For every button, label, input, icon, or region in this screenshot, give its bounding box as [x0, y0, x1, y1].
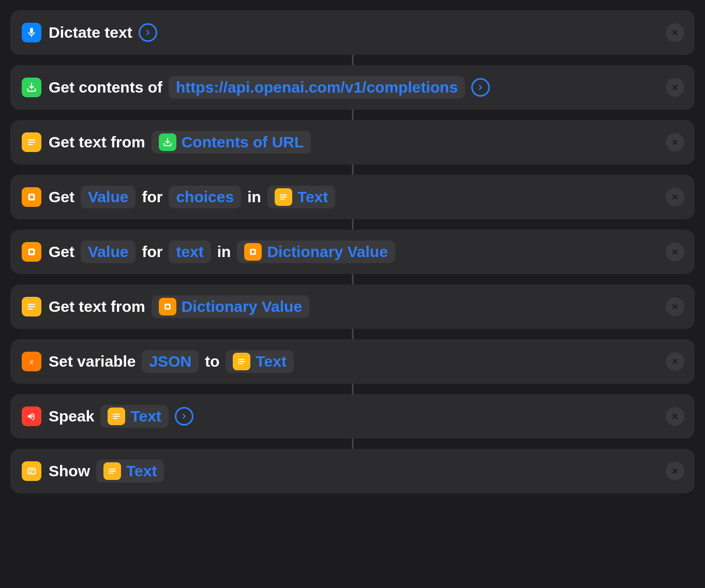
action-text: Dictate text: [49, 23, 132, 42]
pill-label: Dictionary Value: [267, 243, 387, 261]
pill-label: Value: [88, 243, 128, 261]
shortcut-workflow: Dictate textGet contents ofhttps://api.o…: [10, 10, 695, 493]
action-get-text-from-dict[interactable]: Get text fromDictionary Value: [10, 284, 695, 329]
pill-label: https://api.openai.com/v1/completions: [176, 78, 458, 97]
remove-action-button[interactable]: [666, 188, 684, 206]
download-icon: [159, 133, 176, 151]
dict-icon: [22, 242, 41, 262]
action-get-text-from-url[interactable]: Get text fromContents of URL: [10, 120, 695, 164]
parameter-pill[interactable]: Value: [81, 240, 136, 263]
action-dictate[interactable]: Dictate text: [10, 10, 695, 55]
action-content: SpeakText: [49, 405, 193, 428]
action-content: Set variableJSONtoText: [49, 350, 294, 373]
connector: [352, 329, 353, 339]
parameter-pill[interactable]: Text: [100, 405, 168, 428]
action-text: Set variable: [49, 352, 136, 371]
connector: [352, 55, 353, 65]
dict-icon: [159, 298, 176, 315]
parameter-pill[interactable]: choices: [169, 186, 241, 208]
action-text: Show: [49, 462, 90, 480]
remove-action-button[interactable]: [666, 297, 684, 316]
remove-action-button[interactable]: [666, 462, 684, 480]
action-text: to: [205, 352, 219, 371]
action-content: Get text fromContents of URL: [49, 131, 311, 154]
pill-label: Text: [126, 462, 157, 480]
lines-icon: [275, 188, 292, 206]
remove-action-button[interactable]: [666, 243, 684, 261]
parameter-pill[interactable]: Value: [81, 186, 136, 208]
parameter-pill[interactable]: Contents of URL: [152, 131, 311, 154]
disclosure-button[interactable]: [175, 407, 193, 426]
action-content: Get text fromDictionary Value: [49, 295, 309, 318]
mic-icon: [22, 23, 41, 42]
connector: [352, 384, 353, 394]
action-content: Get contents ofhttps://api.openai.com/v1…: [49, 76, 490, 99]
pill-label: Text: [297, 188, 328, 206]
pill-label: Text: [130, 407, 161, 426]
parameter-pill[interactable]: Text: [267, 186, 335, 208]
remove-action-button[interactable]: [666, 23, 684, 42]
action-text: Get: [49, 243, 74, 261]
parameter-pill[interactable]: Text: [226, 350, 293, 373]
disclosure-button[interactable]: [139, 23, 157, 42]
dict-icon: [244, 243, 262, 261]
action-speak[interactable]: SpeakText: [10, 394, 695, 439]
parameter-pill[interactable]: JSON: [142, 350, 199, 373]
lines-icon: [108, 408, 125, 425]
parameter-pill[interactable]: text: [169, 240, 211, 263]
action-get-contents-url[interactable]: Get contents ofhttps://api.openai.com/v1…: [10, 65, 695, 110]
action-text: Get text from: [49, 297, 145, 316]
action-text: Get contents of: [49, 78, 162, 97]
action-text: Get text from: [49, 133, 145, 152]
action-content: Dictate text: [49, 23, 157, 42]
action-text: Get: [49, 188, 74, 206]
connector: [352, 164, 353, 175]
pill-label: JSON: [149, 352, 191, 371]
action-get-value-choices[interactable]: GetValueforchoicesinText: [10, 175, 695, 219]
parameter-pill[interactable]: Text: [96, 460, 164, 483]
connector: [352, 110, 353, 120]
action-text: for: [142, 243, 162, 261]
download-icon: [22, 78, 41, 97]
action-text: in: [217, 243, 231, 261]
remove-action-button[interactable]: [666, 78, 684, 97]
action-content: GetValueforchoicesinText: [49, 186, 335, 208]
speaker-icon: [22, 406, 41, 426]
action-content: GetValuefortextinDictionary Value: [49, 240, 395, 263]
parameter-pill[interactable]: https://api.openai.com/v1/completions: [169, 76, 465, 99]
lines-icon: [103, 462, 121, 480]
action-text: Speak: [49, 407, 94, 426]
lines-icon: [233, 353, 250, 370]
show-icon: [22, 461, 41, 481]
pill-label: Text: [256, 352, 286, 371]
parameter-pill[interactable]: Dictionary Value: [237, 240, 395, 263]
action-set-variable[interactable]: Set variableJSONtoText: [10, 339, 695, 384]
dict-icon: [22, 187, 41, 207]
action-show[interactable]: ShowText: [10, 449, 695, 493]
connector: [352, 274, 353, 284]
action-get-value-text[interactable]: GetValuefortextinDictionary Value: [10, 230, 695, 274]
remove-action-button[interactable]: [666, 352, 684, 371]
parameter-pill[interactable]: Dictionary Value: [152, 295, 309, 318]
connector: [352, 439, 353, 449]
pill-label: Contents of URL: [182, 133, 304, 152]
var-icon: [22, 352, 41, 371]
connector: [352, 219, 353, 230]
action-text: for: [142, 188, 162, 206]
pill-label: Dictionary Value: [182, 297, 302, 316]
action-content: ShowText: [49, 460, 164, 483]
pill-label: choices: [176, 188, 234, 206]
remove-action-button[interactable]: [666, 133, 684, 152]
lines-icon: [22, 132, 41, 152]
pill-label: Value: [88, 188, 128, 206]
remove-action-button[interactable]: [666, 407, 684, 426]
lines-icon: [22, 297, 41, 316]
pill-label: text: [176, 243, 203, 261]
action-text: in: [247, 188, 261, 206]
disclosure-button[interactable]: [471, 78, 490, 97]
